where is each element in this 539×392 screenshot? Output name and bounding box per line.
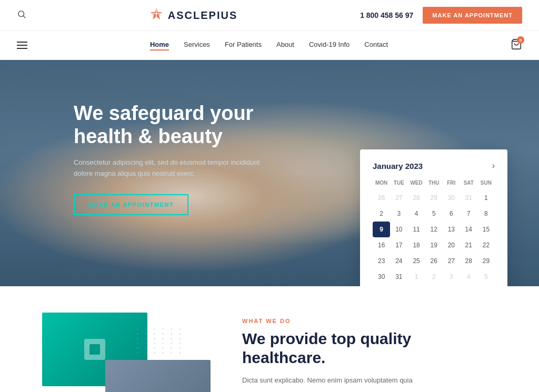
- calendar-day[interactable]: 27: [390, 190, 407, 206]
- calendar-day[interactable]: 23: [373, 253, 390, 269]
- calendar-day[interactable]: 22: [477, 237, 495, 253]
- nav-bar: HomeServicesFor PatientsAboutCovid-19 In…: [0, 31, 539, 60]
- cart-icon[interactable]: 0: [511, 38, 522, 52]
- calendar-day[interactable]: 7: [460, 206, 477, 222]
- calendar-day[interactable]: 31: [460, 190, 477, 206]
- nav-link-home[interactable]: Home: [150, 41, 169, 51]
- calendar-day[interactable]: 26: [425, 253, 443, 269]
- calendar-day[interactable]: 2: [425, 269, 443, 285]
- calendar-day[interactable]: 28: [407, 190, 425, 206]
- calendar-day-header: SUN: [477, 178, 495, 190]
- calendar-day[interactable]: 30: [443, 190, 460, 206]
- calendar-grid: MONTUEWEDTHUFRISATSUN2627282930311234567…: [373, 178, 495, 285]
- calendar-day[interactable]: 12: [425, 222, 443, 237]
- nav-links: HomeServicesFor PatientsAboutCovid-19 In…: [150, 41, 388, 51]
- calendar-day[interactable]: 1: [477, 190, 495, 206]
- nav-link-contact[interactable]: Contact: [364, 41, 388, 51]
- calendar-day[interactable]: 4: [407, 206, 425, 222]
- calendar-card: January 2023 › MONTUEWEDTHUFRISATSUN2627…: [360, 149, 507, 286]
- calendar-day[interactable]: 29: [477, 253, 495, 269]
- calendar-day-header: TUE: [390, 178, 407, 190]
- section-title: We provide top quality healthcare.: [242, 329, 497, 367]
- calendar-day[interactable]: 1: [407, 269, 425, 285]
- calendar-day-header: MON: [373, 178, 390, 190]
- calendar-day[interactable]: 31: [390, 269, 407, 285]
- calendar-day[interactable]: 2: [373, 206, 390, 222]
- calendar-day[interactable]: 24: [390, 253, 407, 269]
- calendar-day[interactable]: 26: [373, 190, 390, 206]
- calendar-day[interactable]: 16: [373, 237, 390, 253]
- calendar-day[interactable]: 13: [443, 222, 460, 237]
- calendar-day[interactable]: 5: [477, 269, 495, 285]
- dot-pattern: for(let i=0;i<36;i++) document.write('<s…: [137, 328, 184, 354]
- calendar-day[interactable]: 14: [460, 222, 477, 237]
- nav-link-covid-19-info[interactable]: Covid-19 Info: [309, 41, 350, 51]
- calendar-day[interactable]: 5: [425, 206, 443, 222]
- hero-section: We safeguard your health & beauty Consec…: [0, 60, 539, 286]
- calendar-day[interactable]: 3: [390, 206, 407, 222]
- calendar-day[interactable]: 19: [425, 237, 443, 253]
- hero-description: Consectetur adipiscing elit, sed do eius…: [74, 157, 268, 179]
- calendar-header: January 2023 ›: [373, 161, 495, 170]
- image-block-2: [105, 360, 211, 392]
- nav-link-for-patients[interactable]: For Patients: [225, 41, 262, 51]
- search-icon[interactable]: [17, 9, 26, 21]
- hero-title: We safeguard your health & beauty: [74, 102, 300, 148]
- calendar-day[interactable]: 3: [443, 269, 460, 285]
- calendar-day[interactable]: 18: [407, 237, 425, 253]
- calendar-day[interactable]: 9: [373, 222, 390, 237]
- hamburger-menu[interactable]: [17, 42, 27, 49]
- calendar-day[interactable]: 21: [460, 237, 477, 253]
- calendar-day-header: FRI: [443, 178, 460, 190]
- section-below: for(let i=0;i<36;i++) document.write('<s…: [0, 286, 539, 392]
- nav-link-about[interactable]: About: [276, 41, 294, 51]
- phone-number: 1 800 458 56 97: [360, 11, 413, 19]
- calendar-day-header: SAT: [460, 178, 477, 190]
- calendar-day[interactable]: 11: [407, 222, 425, 237]
- calendar-day[interactable]: 27: [443, 253, 460, 269]
- svg-point-0: [18, 11, 24, 17]
- section-text: WHAT WE DO We provide top quality health…: [242, 313, 497, 386]
- section-label: WHAT WE DO: [242, 318, 497, 324]
- appointment-button-hero[interactable]: MAKE AN APPOINTMENT: [74, 194, 188, 215]
- calendar-day[interactable]: 15: [477, 222, 495, 237]
- svg-line-1: [23, 16, 25, 17]
- calendar-day[interactable]: 17: [390, 237, 407, 253]
- section-description: Dicta sunt explicabo. Nemo enim ipsam vo…: [242, 375, 497, 386]
- svg-rect-6: [89, 344, 100, 355]
- logo-icon: [149, 6, 164, 24]
- section-images: for(let i=0;i<36;i++) document.write('<s…: [42, 313, 211, 392]
- calendar-day[interactable]: 28: [460, 253, 477, 269]
- logo: ASCLEPIUS: [149, 6, 237, 24]
- calendar-day-header: THU: [425, 178, 443, 190]
- nav-link-services[interactable]: Services: [184, 41, 210, 51]
- appointment-button-top[interactable]: MAKE AN APPOINTMENT: [423, 7, 522, 24]
- logo-text: ASCLEPIUS: [168, 9, 237, 22]
- calendar-day[interactable]: 29: [425, 190, 443, 206]
- header-right: 1 800 458 56 97 MAKE AN APPOINTMENT: [360, 7, 522, 24]
- calendar-day[interactable]: 30: [373, 269, 390, 285]
- calendar-day-header: WED: [407, 178, 425, 190]
- calendar-month: January 2023: [373, 162, 423, 170]
- calendar-day[interactable]: 20: [443, 237, 460, 253]
- calendar-next-button[interactable]: ›: [492, 161, 495, 170]
- calendar-day[interactable]: 25: [407, 253, 425, 269]
- calendar-day[interactable]: 6: [443, 206, 460, 222]
- calendar-day[interactable]: 8: [477, 206, 495, 222]
- top-header: ASCLEPIUS 1 800 458 56 97 MAKE AN APPOIN…: [0, 0, 539, 31]
- calendar-day[interactable]: 10: [390, 222, 407, 237]
- calendar-day[interactable]: 4: [460, 269, 477, 285]
